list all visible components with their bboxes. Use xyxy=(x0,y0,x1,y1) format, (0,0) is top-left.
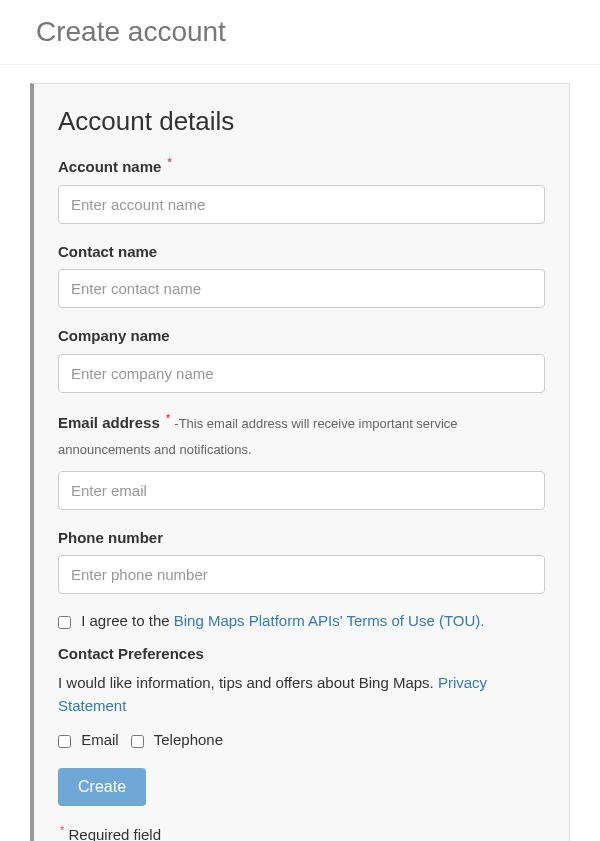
phone-input[interactable] xyxy=(58,555,545,594)
required-asterisk: * xyxy=(168,156,172,168)
required-asterisk: * xyxy=(60,824,64,836)
contact-preferences-heading: Contact Preferences xyxy=(58,645,545,662)
field-account-name: Account name * xyxy=(58,155,545,224)
agree-prefix: I agree to the xyxy=(81,612,174,629)
prefs-intro-text: I would like information, tips and offer… xyxy=(58,674,438,691)
required-note: * Required field xyxy=(58,824,545,841)
contact-name-input[interactable] xyxy=(58,269,545,308)
company-name-input[interactable] xyxy=(58,354,545,393)
pref-telephone-label: Telephone xyxy=(154,731,223,748)
pref-telephone-checkbox[interactable] xyxy=(131,735,144,748)
company-name-label: Company name xyxy=(58,326,545,346)
label-text: Email address xyxy=(58,414,160,431)
terms-link[interactable]: Bing Maps Platform APIs' Terms of Use (T… xyxy=(174,612,485,629)
page-title: Create account xyxy=(0,0,600,65)
label-text: Account name xyxy=(58,158,161,175)
contact-preferences-options: Email Telephone xyxy=(58,731,545,748)
pref-email-checkbox[interactable] xyxy=(58,735,71,748)
phone-label: Phone number xyxy=(58,528,545,548)
contact-preferences-intro: I would like information, tips and offer… xyxy=(58,672,545,717)
required-text: Required field xyxy=(68,826,161,841)
email-label: Email address * -This email address will… xyxy=(58,411,545,463)
field-contact-name: Contact name xyxy=(58,242,545,309)
agree-checkbox[interactable] xyxy=(58,616,71,629)
create-button[interactable]: Create xyxy=(58,768,146,806)
email-input[interactable] xyxy=(58,471,545,510)
field-email: Email address * -This email address will… xyxy=(58,411,545,510)
account-details-panel: Account details Account name * Contact n… xyxy=(30,83,570,841)
field-company-name: Company name xyxy=(58,326,545,393)
field-phone: Phone number xyxy=(58,528,545,595)
contact-name-label: Contact name xyxy=(58,242,545,262)
pref-email-label: Email xyxy=(81,731,119,748)
required-asterisk: * xyxy=(166,412,170,424)
account-name-label: Account name * xyxy=(58,155,545,177)
form-heading: Account details xyxy=(58,106,545,137)
agree-row: I agree to the Bing Maps Platform APIs' … xyxy=(58,612,545,629)
account-name-input[interactable] xyxy=(58,185,545,224)
